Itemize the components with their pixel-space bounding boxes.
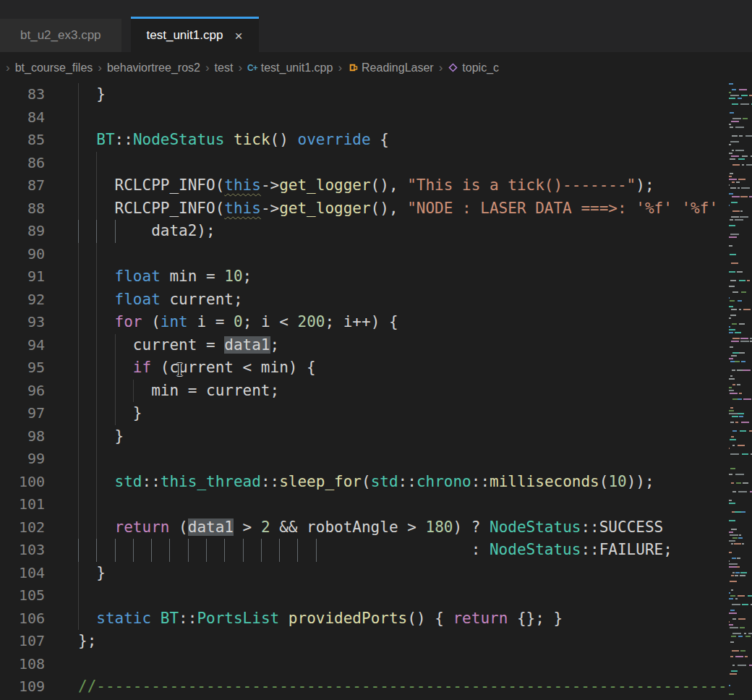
minimap-line [729,144,752,146]
line-number[interactable]: 90 [0,243,45,266]
code-line-content[interactable] [78,653,729,676]
indent-guide [96,289,97,312]
line-number[interactable]: 94 [0,334,45,357]
line-number[interactable]: 87 [0,174,45,197]
line-number[interactable]: 104 [0,562,45,585]
code-line-content[interactable]: : NodeStatus::FAILURE; [78,539,729,562]
line-number[interactable]: 109 [0,675,45,699]
code-editor[interactable]: 83 }8485 BT::NodeStatus tick() override … [0,83,729,700]
breadcrumb-item-test_unit1.cpp[interactable]: C+test_unit1.cpp [247,61,333,74]
line-number[interactable]: 85 [0,129,45,152]
code-line-content[interactable]: float min = 10; [78,265,729,289]
minimap-mark [730,315,736,316]
code-line-content[interactable]: } [78,402,729,425]
code-token: ( [169,518,187,536]
indent-guide [206,539,207,562]
line-number[interactable]: 91 [0,265,45,289]
minimap-line [729,644,752,646]
line-number[interactable]: 93 [0,311,45,334]
breadcrumb-item-topic_c[interactable]: topic_c [448,61,499,74]
line-number[interactable]: 97 [0,402,45,425]
code-token: () { [407,610,453,627]
minimap-mark [729,205,730,206]
minimap-mark [737,384,740,385]
code-line-content[interactable]: std::this_thread::sleep_for(std::chrono:… [78,471,729,494]
minimap-line [729,184,752,187]
code-token [78,541,471,558]
line-number[interactable]: 86 [0,152,45,175]
line-number[interactable]: 107 [0,630,45,653]
minimap-line [729,665,752,667]
minimap-line [729,459,752,461]
minimap-line [729,621,752,623]
line-number[interactable]: 101 [0,493,45,516]
minimap-line [729,277,752,279]
line-number[interactable]: 108 [0,653,45,676]
code-line-content[interactable]: //--------------------------------------… [78,675,729,699]
code-token: float [115,291,161,308]
code-line-content[interactable]: for (int i = 0; i < 200; i++) { [78,311,729,334]
code-line-content[interactable]: RCLCPP_INFO(this->get_logger(), "NODE : … [78,197,729,221]
code-line-content[interactable]: } [78,562,729,585]
tab-test_unit1[interactable]: test_unit1.cpp × [131,17,259,52]
line-number[interactable]: 96 [0,380,45,403]
code-line-content[interactable] [78,584,729,607]
line-number[interactable]: 88 [0,197,45,221]
line-number[interactable]: 106 [0,607,45,631]
code-line-content[interactable]: current = data1; [78,334,729,357]
code-line-content[interactable] [78,106,729,129]
code-token [78,359,133,376]
code-line-content[interactable]: float current; [78,289,729,312]
code-line: 84 [0,106,729,129]
tab-bt_u2_ex3[interactable]: bt_u2_ex3.cpp [0,19,121,52]
line-number[interactable]: 103 [0,539,45,562]
code-line-content[interactable]: return (data1 > 2 && robotAngle > 180) ?… [78,516,729,539]
line-number[interactable]: 102 [0,516,45,539]
code-line-content[interactable]: } [78,425,729,448]
line-number[interactable]: 100 [0,471,45,494]
code-line-content[interactable]: data2); [78,220,729,243]
breadcrumb-item-behaviortree_ros2[interactable]: behaviortree_ros2 [107,61,200,74]
code-line-content[interactable]: min = current; [78,380,729,403]
code-line-content[interactable] [78,493,729,516]
code-line-content[interactable] [78,243,729,266]
minimap-mark [732,572,735,573]
minimap-mark [730,112,734,114]
close-tab-icon[interactable]: × [234,29,242,43]
code-line-content[interactable] [78,152,729,175]
indent-guide [78,584,79,607]
code-line-content[interactable]: } [78,83,729,106]
line-number[interactable]: 95 [0,357,45,380]
minimap-line [729,118,752,120]
breadcrumb-item-test[interactable]: test [215,61,234,74]
minimap-line [729,370,752,372]
minimap[interactable] [729,83,752,700]
minimap-mark [732,491,736,492]
code-line-content[interactable]: RCLCPP_INFO(this->get_logger(), "This is… [78,174,729,197]
code-token: get_logger [279,176,370,194]
code-token: }; [78,632,96,649]
line-number[interactable]: 105 [0,584,45,607]
code-line-content[interactable]: }; [78,630,729,653]
code-line-content[interactable]: BT::NodeStatus tick() override { [78,129,729,152]
breadcrumb-item-ReadingLaser[interactable]: ReadingLaser [347,61,434,74]
minimap-mark [729,693,734,695]
breadcrumb-item-bt_course_files[interactable]: bt_course_files [15,61,93,74]
minimap-mark [729,271,735,273]
minimap-mark [738,491,747,492]
line-number[interactable]: 92 [0,289,45,312]
code-line-content[interactable] [78,448,729,471]
line-number[interactable]: 98 [0,425,45,448]
line-number[interactable]: 99 [0,448,45,471]
minimap-line [729,534,752,537]
code-line: 93 for (int i = 0; i < 200; i++) { [0,311,729,334]
line-number[interactable]: 83 [0,83,45,106]
line-number[interactable]: 89 [0,220,45,243]
indent-guide [78,425,79,448]
code-line-content[interactable]: if (current < min) { [78,357,729,380]
indent-guide [96,425,97,448]
code-line-content[interactable]: static BT::PortsList providedPorts() { r… [78,607,729,631]
line-number[interactable]: 84 [0,106,45,129]
minimap-line [729,384,752,386]
chevron-right-icon: › [439,61,443,75]
